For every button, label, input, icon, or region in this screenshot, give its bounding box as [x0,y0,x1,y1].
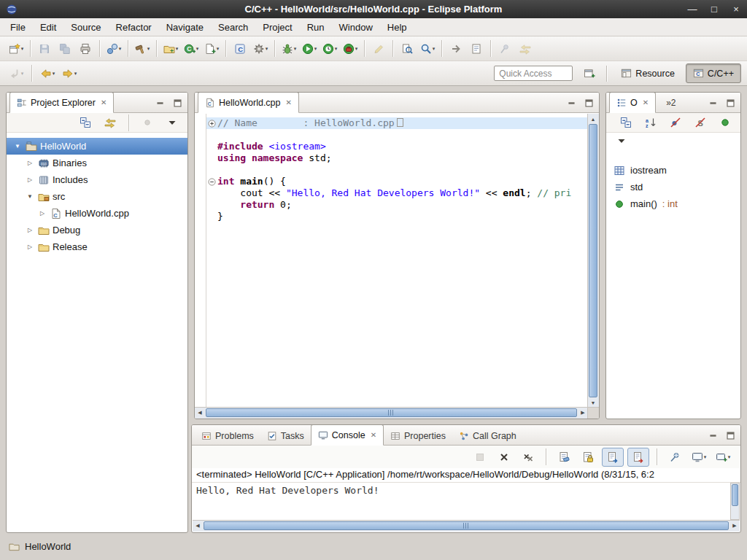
scroll-up-arrow-icon[interactable]: ▲ [588,114,598,124]
perspective-resource-button[interactable]: Resource [614,63,682,83]
hidden-tabs-chevron[interactable]: »2 [666,98,676,108]
maximize-view-button[interactable] [725,98,735,108]
tree-item-includes[interactable]: ▷Includes [7,171,187,188]
sort-button[interactable]: az [640,114,661,131]
stderr-toggle-button[interactable] [627,448,649,467]
expander-closed-icon[interactable]: ▷ [37,210,47,217]
scrollbar-thumb[interactable] [589,124,597,397]
dropdown-arrow-icon[interactable]: ▾ [355,46,358,52]
menu-run[interactable]: Run [300,20,332,35]
code-line-9[interactable]: } [206,211,588,222]
expander-open-icon[interactable]: ▼ [12,143,23,149]
maximize-view-button[interactable] [172,98,182,108]
dropdown-arrow-icon[interactable]: ▾ [176,46,179,52]
maximize-button[interactable]: □ [709,0,719,18]
view-menu-button[interactable] [162,114,182,131]
run-button[interactable]: ▾ [299,40,320,58]
close-button[interactable]: × [731,0,741,18]
scroll-right-arrow-icon[interactable]: ▶ [729,521,740,531]
tree-item-helloworld-cpp[interactable]: ▷CHelloWorld.cpp [7,205,187,222]
minimize-button[interactable]: — [687,0,697,18]
expander-closed-icon[interactable]: ▷ [25,176,35,183]
build-config-button[interactable]: ▾ [250,40,271,58]
dropdown-arrow-icon[interactable]: ▾ [266,46,268,52]
minimize-view-button[interactable] [155,98,165,108]
dropdown-arrow-icon[interactable]: ▾ [335,46,338,52]
tab-helloworld-cpp[interactable]: C HelloWorld.cpp ✕ [198,92,299,113]
scrollbar-thumb[interactable] [732,484,738,506]
stdout-toggle-button[interactable] [602,448,624,467]
open-console-button[interactable]: ▾ [713,448,733,466]
clear-console-button[interactable] [554,448,574,466]
menu-window[interactable]: Window [332,20,380,35]
tree-item-helloworld[interactable]: ▼HelloWorld [7,138,187,155]
expander-closed-icon[interactable]: ▷ [25,244,35,250]
collapse-all-button[interactable] [616,114,636,131]
expander-closed-icon[interactable]: ▷ [25,160,35,166]
dropdown-arrow-icon[interactable]: ▾ [704,454,707,460]
folded-region-indicator[interactable] [397,118,403,127]
link-editor-button[interactable] [100,114,120,131]
tree-item-src[interactable]: ▼src [7,188,187,205]
minimize-view-button[interactable] [566,98,576,108]
dropdown-arrow-icon[interactable]: ▾ [314,46,317,52]
tree-item-debug[interactable]: ▷Debug [7,222,187,238]
dropdown-arrow-icon[interactable]: ▾ [217,46,220,52]
new-cpp-class-button[interactable]: C▾ [181,40,201,58]
external-tools-button[interactable]: ▾ [340,40,360,58]
scrollbar-thumb[interactable] [206,408,577,417]
expander-open-icon[interactable]: ▼ [25,193,35,200]
fold-minus-icon[interactable] [206,178,217,186]
menu-navigate[interactable]: Navigate [159,20,211,35]
menu-file[interactable]: File [3,20,33,35]
annotations-button[interactable] [446,40,466,58]
debug-button[interactable]: ▾ [279,40,299,58]
forward-button[interactable]: ▾ [59,65,80,82]
outline-item-iostream[interactable]: iostream [606,162,740,179]
new-connection-button[interactable]: ▾ [104,40,124,58]
dropdown-arrow-icon[interactable]: ▾ [53,71,55,77]
outline-item-std[interactable]: std [606,179,740,195]
tab-call-graph[interactable]: Call Graph [452,426,523,446]
scroll-left-arrow-icon[interactable]: ◀ [195,408,205,418]
menu-refactor[interactable]: Refactor [109,20,159,35]
back-button[interactable]: ▾ [37,65,58,82]
remove-launch-button[interactable] [494,448,514,466]
menu-search[interactable]: Search [211,20,255,35]
perspective-c-c-button[interactable]: CC/C++ [686,63,741,83]
menu-source[interactable]: Source [63,20,108,35]
scroll-down-arrow-icon[interactable]: ▼ [588,397,598,408]
close-icon[interactable]: ✕ [286,98,292,106]
scroll-right-arrow-icon[interactable]: ▶ [578,408,588,418]
remove-all-button[interactable] [518,448,538,466]
toggle-editor-button[interactable] [466,40,487,58]
code-line-4[interactable]: using namespace std; [206,152,588,164]
editor-body[interactable]: // Name : HelloWorld.cpp#include <iostre… [195,114,588,408]
dropdown-arrow-icon[interactable]: ▾ [728,454,731,460]
console-horizontal-scrollbar[interactable]: ◀ ▶ [193,520,740,532]
pin-console-button[interactable] [665,448,685,466]
outline-item-main[interactable]: main() : int [606,195,740,212]
open-element-button[interactable] [397,40,417,58]
tab-outline[interactable]: O ✕ [609,92,656,113]
tab-tasks[interactable]: Tasks [260,426,311,446]
quick-access-input[interactable] [494,66,573,81]
code-line-7[interactable]: cout << "Hello, Red Hat Developers World… [206,187,588,199]
open-perspective-button[interactable] [579,65,600,82]
menu-project[interactable]: Project [255,20,299,35]
tree-item-release[interactable]: ▷Release [7,238,187,255]
scroll-lock-button[interactable] [578,448,598,466]
minimize-view-button[interactable] [708,98,718,108]
fold-plus-icon[interactable] [206,120,217,128]
menu-edit[interactable]: Edit [33,20,63,35]
view-menu-button[interactable] [611,132,632,149]
console-output[interactable]: Hello, Red Hat Developers World! [192,483,740,498]
code-line-8[interactable]: return 0; [206,199,588,211]
expander-closed-icon[interactable]: ▷ [25,227,35,233]
dropdown-arrow-icon[interactable]: ▾ [147,46,150,52]
dropdown-arrow-icon[interactable]: ▾ [74,71,77,77]
close-icon[interactable]: ✕ [101,98,107,106]
dropdown-arrow-icon[interactable]: ▾ [196,46,199,52]
editor-vertical-scrollbar[interactable]: ▲ ▼ [587,114,599,408]
code-line-1[interactable]: // Name : HelloWorld.cpp [206,117,588,129]
